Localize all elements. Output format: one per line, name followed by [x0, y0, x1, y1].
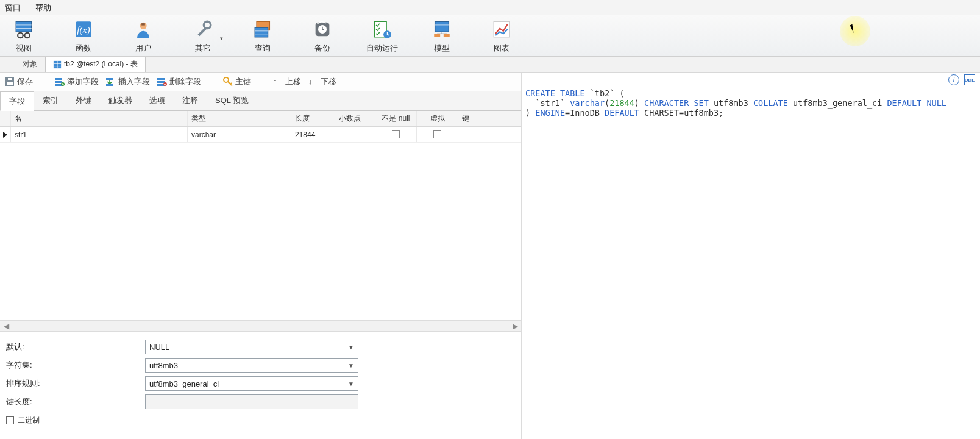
subtab-options[interactable]: 选项 — [141, 91, 174, 110]
move-up-button[interactable]: ↑ 上移 — [273, 76, 301, 87]
add-field-button[interactable]: 添加字段 — [55, 76, 99, 87]
key-icon — [223, 77, 233, 87]
cell-decimals[interactable] — [335, 127, 375, 142]
prop-collate-select[interactable]: utf8mb3_general_ci ▼ — [145, 376, 358, 391]
clock-refresh-icon — [311, 18, 333, 40]
document-tabs: 对象 tb2 @test2 (Local) - 表 — [0, 57, 980, 73]
info-icon[interactable]: i — [948, 74, 959, 85]
save-button[interactable]: 保存 — [5, 76, 33, 87]
tab-objects[interactable]: 对象 — [15, 56, 45, 72]
move-down-button[interactable]: ↓ 下移 — [308, 76, 336, 87]
field-toolbar: 保存 添加字段 插入字段 删除字段 — [0, 73, 521, 91]
ribbon-model[interactable]: 模型 — [421, 18, 463, 54]
main-split: 保存 添加字段 插入字段 删除字段 — [0, 73, 980, 439]
table-row[interactable]: str1 varchar 21844 — [0, 127, 521, 143]
menu-window[interactable]: 窗口 — [5, 2, 21, 13]
subtab-fields[interactable]: 字段 — [0, 91, 34, 111]
subtab-indexes[interactable]: 索引 — [34, 91, 67, 110]
ribbon-view[interactable]: 视图 — [2, 18, 45, 54]
chart-line-icon — [491, 18, 513, 40]
field-properties: 默认: NULL ▼ 字符集: utf8mb3 ▼ 排序规则: utf8mb3_… — [0, 331, 521, 439]
col-virtual[interactable]: 虚拟 — [417, 111, 458, 126]
checkbox-icon[interactable] — [433, 130, 441, 138]
arrow-up-icon: ↑ — [273, 77, 283, 87]
subtab-sqlpreview[interactable]: SQL 预览 — [207, 91, 257, 110]
svg-rect-38 — [106, 78, 113, 80]
subtab-fk[interactable]: 外键 — [67, 91, 100, 110]
col-key[interactable]: 键 — [458, 111, 491, 126]
prop-charset-select[interactable]: utf8mb3 ▼ — [145, 358, 358, 373]
svg-point-4 — [24, 33, 30, 38]
tab-table-editor-label: tb2 @test2 (Local) - 表 — [64, 59, 138, 70]
primary-key-label: 主键 — [235, 76, 251, 87]
prop-binary-label: 二进制 — [18, 415, 40, 426]
svg-rect-13 — [255, 27, 268, 37]
cell-type[interactable]: varchar — [188, 127, 291, 142]
ribbon-function[interactable]: f(x) 函数 — [62, 18, 105, 54]
col-type[interactable]: 类型 — [188, 111, 291, 126]
svg-point-45 — [224, 77, 229, 82]
prop-binary-checkbox[interactable]: 二进制 — [6, 415, 40, 426]
sql-text[interactable]: CREATE TABLE `tb2` ( `str1` varchar(2184… — [522, 87, 980, 439]
move-down-label: 下移 — [321, 76, 336, 87]
designer-subtabs: 字段 索引 外键 触发器 选项 注释 SQL 预览 — [0, 91, 521, 111]
col-notnull[interactable]: 不是 null — [375, 111, 417, 126]
prop-keylen-label: 键长度: — [6, 396, 140, 407]
prop-collate-value: utf8mb3_general_ci — [149, 379, 219, 388]
ribbon-query[interactable]: 查询 — [241, 18, 284, 54]
ribbon-query-label: 查询 — [255, 43, 271, 54]
ribbon-view-label: 视图 — [16, 43, 32, 54]
query-table-icon — [252, 18, 274, 40]
subtab-triggers[interactable]: 触发器 — [100, 91, 141, 110]
save-icon — [5, 77, 15, 87]
fields-grid: 名 类型 长度 小数点 不是 null 虚拟 键 str1 varchar 21… — [0, 111, 521, 320]
primary-key-button[interactable]: 主键 — [223, 76, 251, 87]
insert-field-label: 插入字段 — [118, 76, 150, 87]
row-delete-icon — [157, 77, 167, 87]
prop-default-select[interactable]: NULL ▼ — [145, 340, 358, 354]
ribbon-user-label: 用户 — [135, 43, 151, 54]
menu-bar: 窗口 帮助 — [0, 0, 980, 15]
ribbon-other-label: 其它 — [195, 43, 211, 54]
cell-notnull[interactable] — [375, 127, 417, 142]
ribbon-user[interactable]: 用户 — [122, 18, 165, 54]
tab-objects-label: 对象 — [23, 59, 37, 70]
move-up-label: 上移 — [285, 76, 301, 87]
prop-keylen-input[interactable] — [145, 394, 358, 409]
checkbox-icon[interactable] — [392, 130, 400, 138]
delete-field-button[interactable]: 删除字段 — [157, 76, 201, 87]
checkbox-icon[interactable] — [6, 416, 14, 424]
ribbon-auto[interactable]: 自动运行 — [361, 18, 403, 54]
ribbon-backup-label: 备份 — [314, 43, 330, 54]
svg-rect-0 — [16, 21, 32, 32]
menu-help[interactable]: 帮助 — [35, 2, 51, 13]
user-icon — [132, 18, 154, 40]
ddl-icon[interactable]: DDL — [964, 74, 975, 85]
cell-key[interactable] — [458, 127, 491, 142]
col-length[interactable]: 长度 — [291, 111, 335, 126]
ribbon-chart[interactable]: 图表 — [480, 18, 523, 54]
arrow-down-icon: ↓ — [308, 77, 318, 87]
svg-rect-33 — [8, 78, 12, 80]
horizontal-scrollbar[interactable]: ◀ ▶ — [0, 320, 521, 331]
col-name[interactable]: 名 — [11, 111, 188, 126]
row-add-icon — [55, 77, 65, 87]
insert-field-button[interactable]: 插入字段 — [106, 76, 150, 87]
ribbon-backup[interactable]: 备份 — [301, 18, 344, 54]
fx-icon: f(x) — [73, 18, 94, 40]
ribbon-function-label: 函数 — [76, 43, 91, 54]
ribbon-other[interactable]: 其它 ▾ — [182, 18, 224, 54]
scroll-right-icon[interactable]: ▶ — [511, 323, 519, 330]
cell-length[interactable]: 21844 — [291, 127, 335, 142]
svg-rect-41 — [157, 81, 165, 83]
col-decimals[interactable]: 小数点 — [335, 111, 375, 126]
tab-table-editor[interactable]: tb2 @test2 (Local) - 表 — [45, 56, 146, 72]
cell-name[interactable]: str1 — [11, 127, 188, 142]
subtab-comment[interactable]: 注释 — [174, 91, 207, 110]
row-insert-icon — [106, 77, 116, 87]
chevron-down-icon: ▼ — [348, 362, 354, 369]
scroll-left-icon[interactable]: ◀ — [2, 323, 10, 330]
svg-rect-39 — [106, 84, 113, 86]
ribbon-auto-label: 自动运行 — [366, 43, 398, 54]
cell-virtual[interactable] — [417, 127, 458, 142]
